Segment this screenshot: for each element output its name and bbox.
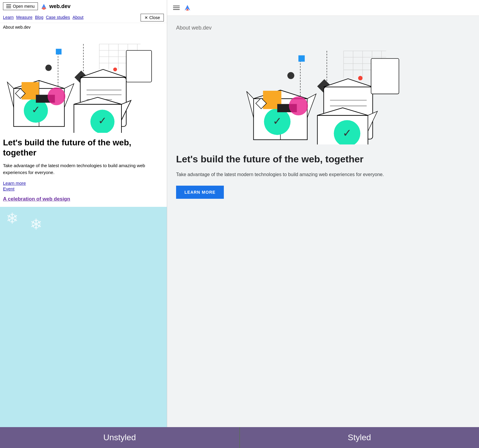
header-styled <box>167 0 479 16</box>
svg-rect-55 <box>298 55 305 61</box>
svg-marker-6 <box>64 84 74 107</box>
svg-point-59 <box>358 76 363 80</box>
svg-point-11 <box>47 87 65 105</box>
logo-icon <box>40 3 47 10</box>
svg-point-19 <box>113 67 117 71</box>
svg-point-52 <box>287 72 294 79</box>
nav-measure[interactable]: Measure <box>16 15 32 20</box>
illustration-styled: ✓ <box>167 34 479 147</box>
celebration-link[interactable]: A celebration of web design <box>3 196 70 202</box>
svg-text:✓: ✓ <box>273 115 282 127</box>
logo-styled-icon <box>183 4 192 12</box>
open-menu-label: Open menu <box>13 4 35 9</box>
svg-text:✓: ✓ <box>32 104 40 115</box>
close-button[interactable]: ✕ Close <box>141 14 164 21</box>
main-heading-styled: Let's build the future of the web, toget… <box>176 153 470 165</box>
learn-more-button[interactable]: LEARN MORE <box>176 186 224 199</box>
svg-rect-38 <box>126 50 152 82</box>
svg-point-51 <box>289 96 308 116</box>
footer-labels: Unstyled Styled <box>0 427 479 448</box>
svg-marker-5 <box>7 82 14 107</box>
svg-marker-45 <box>247 91 253 118</box>
sub-text-unstyled: Take advantage of the latest modern tech… <box>3 162 164 176</box>
header-unstyled: Open menu web.dev <box>0 0 167 13</box>
svg-marker-58 <box>324 79 373 87</box>
footer-unstyled-label: Unstyled <box>0 427 239 448</box>
right-panel: About web.dev ✓ <box>167 0 479 427</box>
svg-marker-18 <box>80 70 126 78</box>
hamburger-styled-icon[interactable] <box>173 6 180 10</box>
logo-unstyled: web.dev <box>40 3 70 10</box>
close-label: Close <box>149 15 160 20</box>
main-heading-unstyled: Let's build the future of the web, toget… <box>3 138 164 158</box>
nav-blog[interactable]: Blog <box>35 15 43 20</box>
svg-rect-15 <box>56 49 61 54</box>
svg-rect-78 <box>371 58 399 94</box>
event-link[interactable]: Event <box>3 186 164 191</box>
nav-learn[interactable]: Learn <box>3 15 14 20</box>
about-text-unstyled: About web.dev <box>0 23 167 31</box>
logo-text: web.dev <box>49 3 70 10</box>
content-styled: Let's build the future of the web, toget… <box>167 147 479 205</box>
svg-point-12 <box>45 65 52 71</box>
footer-styled-label: Styled <box>240 427 479 448</box>
learn-more-link[interactable]: Learn more <box>3 181 164 186</box>
links-section: Learn more Event <box>3 181 164 191</box>
close-x-icon: ✕ <box>144 15 148 20</box>
nav-links: Learn Measure Blog Case studies About <box>3 15 140 20</box>
hamburger-icon <box>6 4 11 8</box>
svg-marker-46 <box>307 94 316 118</box>
snowflake-icon-2: ❄ <box>30 216 42 233</box>
about-section-styled: About web.dev <box>167 16 479 34</box>
sub-text-styled: Take advantage of the latest modern tech… <box>176 171 470 178</box>
nav-about[interactable]: About <box>73 15 84 20</box>
nav-bar-unstyled: Learn Measure Blog Case studies About ✕ … <box>0 13 167 23</box>
bottom-banner: ❄ ❄ <box>0 207 167 427</box>
open-menu-button[interactable]: Open menu <box>3 2 38 10</box>
svg-text:✓: ✓ <box>98 115 107 126</box>
snowflake-icon: ❄ <box>6 210 19 227</box>
left-panel: Open menu web.dev Learn Measure Blog Cas… <box>0 0 167 427</box>
illustration-unstyled: ✓ <box>0 31 167 133</box>
svg-text:✓: ✓ <box>343 127 352 139</box>
nav-case-studies[interactable]: Case studies <box>46 15 70 20</box>
content-unstyled: Let's build the future of the web, toget… <box>0 133 167 207</box>
